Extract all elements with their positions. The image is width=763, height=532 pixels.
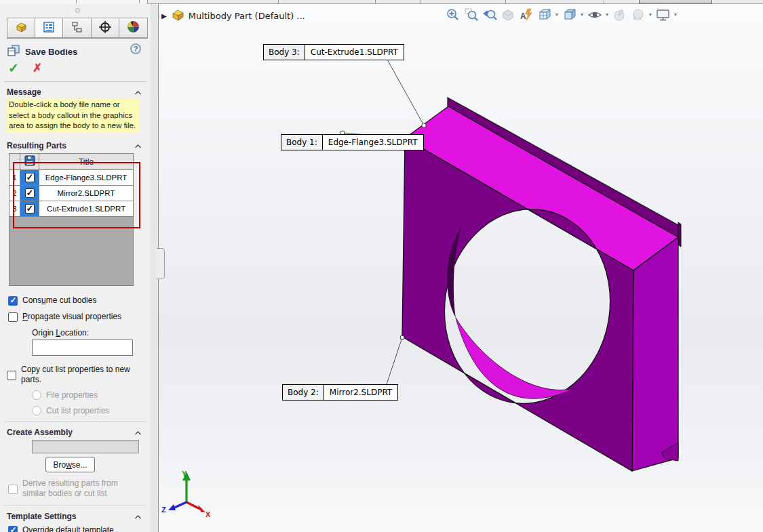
pm-header: Save Bodies ?: [0, 42, 151, 61]
body-2-callout[interactable]: Body 2: Mirror2.SLDPRT: [282, 384, 398, 401]
svg-text:A: A: [520, 12, 526, 21]
derive-parts-row: Derive resulting parts from similar bodi…: [8, 478, 147, 499]
leader-attach-points[interactable]: [340, 52, 426, 396]
propagate-visual-row: Propagate visual properties: [8, 312, 121, 322]
propagate-visual-checkbox[interactable]: [8, 312, 18, 322]
collapse-chevron-icon[interactable]: [135, 512, 141, 521]
body-2-label: Body 2:: [283, 385, 324, 400]
save-body-checkbox[interactable]: [25, 188, 35, 198]
origin-location-input[interactable]: [32, 340, 133, 356]
save-bodies-icon: [7, 44, 20, 60]
hole-inner-dark-surface[interactable]: [447, 226, 462, 318]
tab-feature-manager[interactable]: [7, 18, 35, 38]
splitter-grip-icon[interactable]: [75, 8, 80, 13]
zoom-to-fit-icon[interactable]: [445, 7, 461, 22]
file-properties-radio[interactable]: [32, 390, 41, 400]
heads-up-toolbar: A ▾ ▾ ▾ ▾ ▾: [445, 7, 678, 22]
tab-display-manager[interactable]: [119, 18, 148, 38]
resulting-parts-table: Title 1Edge-Flange3.SLDPRT2Mirror2.SLDPR…: [9, 153, 134, 286]
part-front-face[interactable]: [402, 138, 633, 471]
body-3-callout[interactable]: Body 3: Cut-Extrude1.SLDPRT: [263, 44, 404, 60]
body-3-file[interactable]: Cut-Extrude1.SLDPRT: [305, 45, 404, 60]
triad-x-label: X: [206, 510, 211, 518]
floppy-disk-icon: [24, 155, 35, 168]
create-assembly-section-header[interactable]: Create Assembly: [7, 427, 144, 438]
copy-cut-list-label: Copy cut list properties to new parts.: [21, 365, 138, 385]
ok-button[interactable]: ✓: [8, 62, 19, 75]
document-flyout[interactable]: ▶ Multibody Part (Default) ...: [161, 8, 305, 24]
part-back-flange[interactable]: [448, 98, 678, 237]
resulting-parts-section-header[interactable]: Resulting Parts: [7, 140, 144, 151]
dynamic-annotation-views-icon[interactable]: A: [518, 7, 534, 22]
panel-tabs: [7, 18, 148, 39]
body-1-label: Body 1:: [281, 135, 323, 150]
body-file-name[interactable]: Mirror2.SLDPRT: [39, 186, 133, 201]
panel-collapse-handle[interactable]: [157, 248, 165, 279]
template-settings-section-header[interactable]: Template Settings: [7, 511, 144, 522]
help-icon[interactable]: ?: [130, 43, 141, 54]
row-number: 1: [9, 170, 20, 185]
display-style-icon[interactable]: [562, 7, 577, 22]
previous-view-icon[interactable]: [482, 7, 497, 22]
save-checkbox-cell: [20, 201, 39, 216]
dropdown-caret-icon[interactable]: ▾: [674, 12, 677, 18]
tab-configuration-manager[interactable]: [63, 18, 92, 38]
configuration-manager-icon: [71, 21, 83, 35]
body-1-callout[interactable]: Body 1: Edge-Flange3.SLDPRT: [281, 134, 424, 150]
file-properties-label: File properties: [46, 390, 98, 400]
save-body-checkbox[interactable]: [25, 204, 35, 213]
dimxpert-target-icon: [98, 20, 112, 36]
body-file-name[interactable]: Cut-Extrude1.SLDPRT: [39, 201, 133, 216]
hide-show-items-icon[interactable]: [587, 7, 602, 22]
body-file-name[interactable]: Edge-Flange3.SLDPRT: [39, 170, 133, 185]
tab-dimxpert-manager[interactable]: [92, 18, 120, 38]
part-right-face[interactable]: [632, 237, 678, 471]
derive-parts-checkbox[interactable]: [8, 485, 18, 494]
cancel-button[interactable]: ✗: [33, 62, 42, 75]
model-3d-view: Y X Z: [159, 4, 763, 532]
apply-scene-icon[interactable]: [630, 7, 646, 22]
cut-list-properties-radio[interactable]: [32, 406, 41, 415]
display-manager-sphere-icon: [127, 20, 140, 35]
part-bottom-flange[interactable]: [661, 443, 678, 461]
part-top-face[interactable]: [405, 106, 678, 270]
consume-cut-bodies-checkbox[interactable]: [8, 296, 18, 306]
body-2-file[interactable]: Mirror2.SLDPRT: [324, 385, 397, 400]
body-1-file[interactable]: Edge-Flange3.SLDPRT: [323, 135, 423, 150]
edit-appearance-icon[interactable]: [612, 7, 627, 22]
view-settings-icon[interactable]: [655, 7, 671, 22]
section-view-icon[interactable]: [500, 7, 515, 22]
zoom-to-area-icon[interactable]: [463, 7, 479, 22]
panel-splitter[interactable]: [0, 4, 151, 15]
graphics-area[interactable]: ▶ Multibody Part (Default) ... A ▾ ▾: [159, 4, 763, 532]
pm-title: Save Bodies: [25, 47, 77, 57]
collapse-chevron-icon[interactable]: [135, 141, 141, 150]
save-checkbox-cell: [20, 170, 39, 185]
save-body-checkbox[interactable]: [25, 173, 35, 182]
consume-cut-bodies-label: Consume cut bodies: [22, 295, 96, 305]
row-number: 2: [9, 186, 20, 201]
flyout-arrow-icon[interactable]: ▶: [161, 12, 167, 20]
resulting-parts-header-label: Resulting Parts: [7, 141, 66, 150]
browse-button[interactable]: Browse...: [45, 457, 95, 472]
file-properties-radio-row: File properties: [32, 390, 98, 400]
tab-property-manager[interactable]: [35, 18, 64, 38]
table-row: 1Edge-Flange3.SLDPRT: [9, 170, 133, 186]
part-icon: [15, 21, 27, 35]
reference-triad: Y X Z: [161, 470, 211, 518]
dropdown-caret-icon[interactable]: ▾: [581, 12, 583, 18]
dropdown-caret-icon[interactable]: ▾: [555, 12, 558, 18]
copy-cut-list-checkbox[interactable]: [7, 371, 16, 380]
collapse-chevron-icon[interactable]: [135, 87, 141, 97]
collapse-chevron-icon[interactable]: [135, 428, 141, 437]
override-template-checkbox[interactable]: [8, 526, 18, 532]
create-assembly-header-label: Create Assembly: [7, 428, 73, 437]
message-box: Double-click a body file name or select …: [7, 99, 140, 132]
dropdown-caret-icon[interactable]: ▾: [606, 12, 608, 18]
view-orientation-icon[interactable]: [536, 7, 552, 22]
hole-inner-bright-surface[interactable]: [456, 318, 576, 398]
table-row: 3Cut-Extrude1.SLDPRT: [9, 201, 133, 217]
message-section-header[interactable]: Message: [7, 87, 144, 98]
table-row: 2Mirror2.SLDPRT: [9, 186, 133, 201]
dropdown-caret-icon[interactable]: ▾: [649, 12, 652, 18]
